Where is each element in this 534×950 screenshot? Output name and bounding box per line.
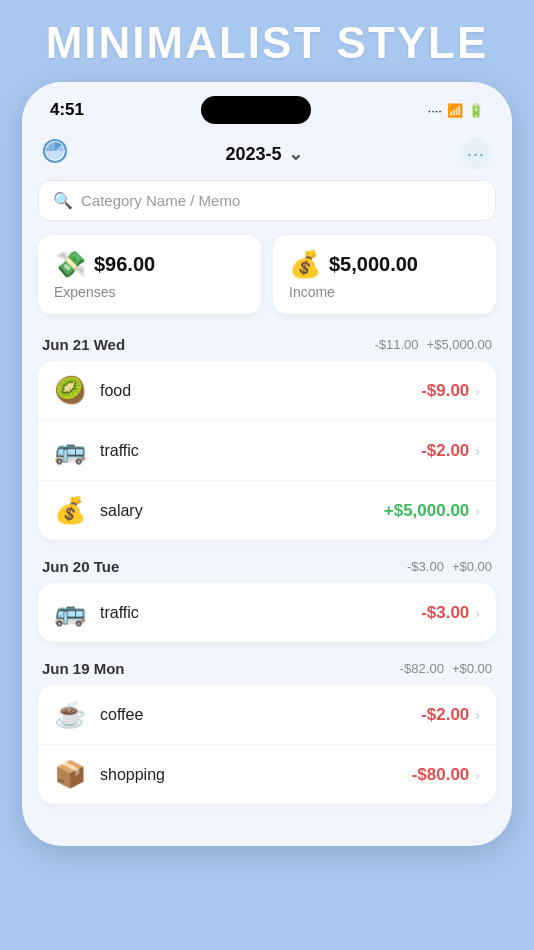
day-group: Jun 20 Tue -$3.00 +$0.00 🚌 traffic -$3.0… (38, 552, 496, 642)
day-group: Jun 19 Mon -$82.00 +$0.00 ☕ coffee -$2.0… (38, 654, 496, 804)
wifi-icon: 📶 (447, 103, 463, 118)
day-expense: -$3.00 (407, 559, 444, 574)
tx-name: traffic (100, 442, 421, 460)
app-header: MINIMALIST STYLE (0, 0, 534, 82)
period-label: 2023-5 (225, 144, 281, 165)
tx-emoji: 🚌 (54, 597, 88, 628)
tx-list: 🥝 food -$9.00 › 🚌 traffic -$2.00 › 💰 sal… (38, 361, 496, 540)
list-item[interactable]: 📦 shopping -$80.00 › (38, 745, 496, 804)
list-item[interactable]: 🚌 traffic -$2.00 › (38, 421, 496, 481)
more-button[interactable]: ··· (460, 138, 492, 170)
list-item[interactable]: 🚌 traffic -$3.00 › (38, 583, 496, 642)
search-placeholder: Category Name / Memo (81, 192, 240, 209)
chart-icon[interactable] (42, 138, 68, 170)
tx-chevron-icon: › (475, 605, 480, 621)
income-card: 💰 $5,000.00 Income (273, 235, 496, 314)
day-label: Jun 19 Mon (42, 660, 125, 677)
tx-chevron-icon: › (475, 767, 480, 783)
tx-emoji: 📦 (54, 759, 88, 790)
day-summary: -$11.00 +$5,000.00 (374, 337, 492, 352)
list-item[interactable]: ☕ coffee -$2.00 › (38, 685, 496, 745)
expenses-emoji: 💸 (54, 249, 86, 280)
day-income: +$0.00 (452, 559, 492, 574)
list-item[interactable]: 💰 salary +$5,000.00 › (38, 481, 496, 540)
day-income: +$0.00 (452, 661, 492, 676)
tx-emoji: 🥝 (54, 375, 88, 406)
tx-name: traffic (100, 604, 421, 622)
list-item[interactable]: 🥝 food -$9.00 › (38, 361, 496, 421)
phone-container: 4:51 ···· 📶 🔋 2023-5 ⌄ ··· 🔍 (22, 82, 512, 846)
tx-amount: -$2.00 (421, 705, 469, 725)
tx-chevron-icon: › (475, 443, 480, 459)
expenses-label: Expenses (54, 284, 245, 300)
search-icon: 🔍 (53, 191, 73, 210)
day-header: Jun 20 Tue -$3.00 +$0.00 (38, 552, 496, 583)
day-summary: -$3.00 +$0.00 (407, 559, 492, 574)
battery-icon: 🔋 (468, 103, 484, 118)
transactions-area: Jun 21 Wed -$11.00 +$5,000.00 🥝 food -$9… (38, 330, 496, 804)
status-bar: 4:51 ···· 📶 🔋 (22, 82, 512, 130)
day-expense: -$11.00 (374, 337, 418, 352)
tx-chevron-icon: › (475, 503, 480, 519)
summary-row: 💸 $96.00 Expenses 💰 $5,000.00 Income (38, 235, 496, 314)
expenses-card: 💸 $96.00 Expenses (38, 235, 261, 314)
tx-amount: +$5,000.00 (384, 501, 470, 521)
income-label: Income (289, 284, 480, 300)
day-header: Jun 21 Wed -$11.00 +$5,000.00 (38, 330, 496, 361)
status-time: 4:51 (50, 100, 84, 120)
signal-icon: ···· (428, 103, 442, 118)
status-icons: ···· 📶 🔋 (428, 103, 484, 118)
tx-list: 🚌 traffic -$3.00 › (38, 583, 496, 642)
tx-name: shopping (100, 766, 412, 784)
income-emoji: 💰 (289, 249, 321, 280)
search-bar[interactable]: 🔍 Category Name / Memo (38, 180, 496, 221)
tx-name: salary (100, 502, 384, 520)
tx-emoji: 🚌 (54, 435, 88, 466)
expenses-amount: $96.00 (94, 253, 155, 276)
day-expense: -$82.00 (400, 661, 444, 676)
nav-bar: 2023-5 ⌄ ··· (22, 130, 512, 180)
day-income: +$5,000.00 (427, 337, 492, 352)
period-chevron: ⌄ (288, 143, 303, 165)
tx-amount: -$3.00 (421, 603, 469, 623)
more-icon: ··· (467, 144, 485, 165)
tx-name: coffee (100, 706, 421, 724)
day-label: Jun 21 Wed (42, 336, 125, 353)
tx-chevron-icon: › (475, 707, 480, 723)
app-title: MINIMALIST STYLE (0, 0, 534, 82)
tx-amount: -$9.00 (421, 381, 469, 401)
tx-amount: -$2.00 (421, 441, 469, 461)
day-group: Jun 21 Wed -$11.00 +$5,000.00 🥝 food -$9… (38, 330, 496, 540)
day-summary: -$82.00 +$0.00 (400, 661, 492, 676)
tx-emoji: 💰 (54, 495, 88, 526)
tx-emoji: ☕ (54, 699, 88, 730)
dynamic-island (201, 96, 311, 124)
period-selector[interactable]: 2023-5 ⌄ (225, 143, 302, 165)
tx-chevron-icon: › (475, 383, 480, 399)
tx-list: ☕ coffee -$2.00 › 📦 shopping -$80.00 › (38, 685, 496, 804)
day-header: Jun 19 Mon -$82.00 +$0.00 (38, 654, 496, 685)
day-label: Jun 20 Tue (42, 558, 119, 575)
income-amount: $5,000.00 (329, 253, 418, 276)
tx-amount: -$80.00 (412, 765, 470, 785)
tx-name: food (100, 382, 421, 400)
